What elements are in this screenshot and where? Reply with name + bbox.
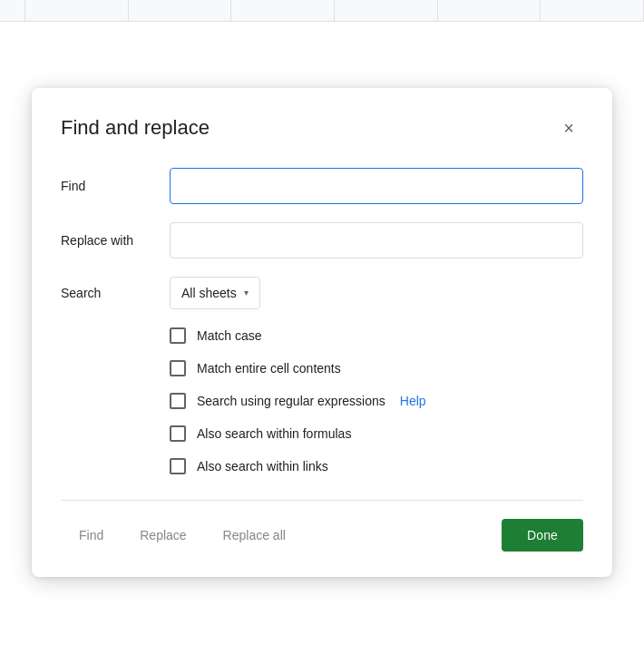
match-case-checkbox[interactable]	[170, 327, 186, 344]
replace-row: Replace with	[61, 222, 583, 259]
chevron-down-icon: ▾	[244, 288, 249, 298]
replace-label: Replace with	[61, 233, 170, 248]
replace-button[interactable]: Replace	[122, 519, 204, 552]
search-label: Search	[61, 286, 170, 300]
find-label: Find	[61, 179, 170, 193]
search-dropdown-label: All sheets	[181, 286, 237, 300]
match-case-label: Match case	[197, 328, 262, 343]
checkboxes-section: Match case Match entire cell contents Se…	[170, 327, 583, 474]
links-checkbox[interactable]	[170, 458, 186, 474]
close-button[interactable]: ×	[554, 113, 583, 142]
formulas-label: Also search within formulas	[197, 426, 351, 441]
checkbox-row-match-entire: Match entire cell contents	[170, 360, 583, 376]
replace-all-button[interactable]: Replace all	[205, 519, 304, 552]
replace-input[interactable]	[170, 222, 583, 259]
actions-row: Find Replace Replace all Done	[61, 519, 583, 552]
match-entire-label: Match entire cell contents	[197, 361, 341, 376]
match-entire-checkbox[interactable]	[170, 360, 186, 376]
regex-checkbox[interactable]	[170, 393, 186, 409]
find-input[interactable]	[170, 168, 583, 204]
checkbox-row-links: Also search within links	[170, 458, 583, 474]
dialog-header: Find and replace ×	[61, 113, 583, 142]
formulas-checkbox[interactable]	[170, 425, 186, 442]
search-row: Search All sheets ▾	[61, 277, 583, 309]
find-button[interactable]: Find	[61, 519, 122, 552]
links-label: Also search within links	[197, 459, 328, 474]
checkbox-row-formulas: Also search within formulas	[170, 425, 583, 442]
dialog-title: Find and replace	[61, 116, 210, 140]
actions-divider	[61, 500, 583, 501]
search-dropdown[interactable]: All sheets ▾	[170, 277, 260, 309]
find-replace-dialog: Find and replace × Find Replace with Sea…	[32, 88, 612, 577]
regex-label: Search using regular expressions	[197, 394, 385, 408]
close-icon: ×	[563, 119, 574, 137]
checkbox-row-match-case: Match case	[170, 327, 583, 344]
regex-help-link[interactable]: Help	[400, 394, 426, 408]
done-button[interactable]: Done	[502, 519, 583, 552]
checkbox-row-regex: Search using regular expressions Help	[170, 393, 583, 409]
find-row: Find	[61, 168, 583, 204]
